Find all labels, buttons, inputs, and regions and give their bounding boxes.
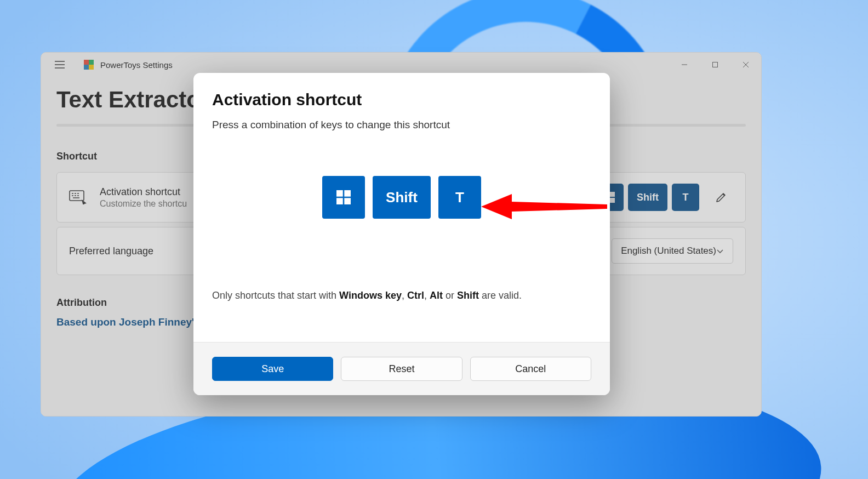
svg-rect-6 xyxy=(336,190,343,197)
hint-text: or xyxy=(443,290,457,301)
svg-rect-9 xyxy=(344,198,351,204)
hint-key: Windows key xyxy=(339,290,402,301)
dialog-title: Activation shortcut xyxy=(212,90,591,109)
svg-rect-7 xyxy=(344,190,351,197)
hint-text: , xyxy=(424,290,430,301)
dialog-hint: Only shortcuts that start with Windows k… xyxy=(212,290,591,301)
save-button[interactable]: Save xyxy=(212,357,333,381)
windows-icon xyxy=(336,190,351,204)
key-t: T xyxy=(438,176,481,219)
dialog-subtitle: Press a combination of keys to change th… xyxy=(212,119,591,131)
hint-key: Shift xyxy=(457,290,479,301)
key-windows xyxy=(322,176,365,219)
hint-key: Ctrl xyxy=(407,290,424,301)
cancel-button[interactable]: Cancel xyxy=(470,357,591,381)
activation-shortcut-dialog: Activation shortcut Press a combination … xyxy=(193,73,610,395)
hint-text: Only shortcuts that start with xyxy=(212,290,339,301)
hint-text: are valid. xyxy=(479,290,522,301)
hint-text: , xyxy=(402,290,407,301)
hint-key: Alt xyxy=(430,290,443,301)
svg-rect-8 xyxy=(336,198,343,204)
reset-button[interactable]: Reset xyxy=(341,357,462,381)
shortcut-keys-row[interactable]: Shift T xyxy=(212,176,591,219)
key-shift: Shift xyxy=(373,176,431,219)
dialog-footer: Save Reset Cancel xyxy=(193,342,610,395)
